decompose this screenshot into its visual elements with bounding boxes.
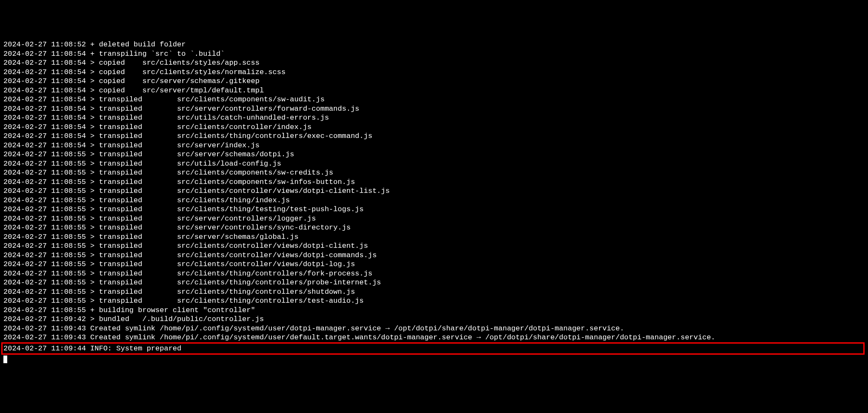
log-line: 2024-02-27 11:08:54 > copied src/clients… <box>3 68 865 77</box>
log-line: 2024-02-27 11:09:42 > bundled /.build/pu… <box>3 315 865 324</box>
log-line: 2024-02-27 11:08:55 > transpiled src/ser… <box>3 214 865 224</box>
log-line: 2024-02-27 11:08:52 + deleted build fold… <box>3 40 865 49</box>
log-line: 2024-02-27 11:08:55 > transpiled src/cli… <box>3 178 865 187</box>
log-line: 2024-02-27 11:08:55 > transpiled src/cli… <box>3 241 865 251</box>
log-line: 2024-02-27 11:08:54 > copied src/clients… <box>3 58 865 68</box>
log-line: 2024-02-27 11:08:55 > transpiled src/cli… <box>3 287 865 297</box>
log-line: 2024-02-27 11:08:55 > transpiled src/cli… <box>3 269 865 278</box>
terminal-cursor <box>3 356 7 363</box>
log-line: 2024-02-27 11:08:54 > transpiled src/cli… <box>3 132 865 141</box>
log-line: 2024-02-27 11:08:54 > copied src/server/… <box>3 77 865 86</box>
terminal-output[interactable]: 2024-02-27 11:08:52 + deleted build fold… <box>3 40 865 364</box>
log-line: 2024-02-27 11:08:55 > transpiled src/cli… <box>3 251 865 260</box>
log-line: 2024-02-27 11:08:55 > transpiled src/cli… <box>3 205 865 214</box>
log-line: 2024-02-27 11:08:54 > transpiled src/ser… <box>3 104 865 114</box>
log-line: 2024-02-27 11:08:55 + building browser c… <box>3 306 865 315</box>
log-line: 2024-02-27 11:08:55 > transpiled src/cli… <box>3 278 865 287</box>
log-line: 2024-02-27 11:08:55 > transpiled src/ser… <box>3 223 865 232</box>
log-line: 2024-02-27 11:08:54 > transpiled src/cli… <box>3 95 865 104</box>
log-line: 2024-02-27 11:08:55 > transpiled src/uti… <box>3 159 865 169</box>
log-line: 2024-02-27 11:08:55 > transpiled src/cli… <box>3 296 865 306</box>
log-line-text: 2024-02-27 11:09:44 INFO: System prepare… <box>3 344 181 353</box>
log-line: 2024-02-27 11:09:43 Created symlink /hom… <box>3 324 865 333</box>
log-line: 2024-02-27 11:08:55 > transpiled src/cli… <box>3 196 865 205</box>
log-line: 2024-02-27 11:08:54 > copied src/server/… <box>3 86 865 95</box>
log-line: 2024-02-27 11:08:55 > transpiled src/cli… <box>3 186 865 196</box>
log-line: 2024-02-27 11:08:54 > transpiled src/cli… <box>3 123 865 132</box>
log-line: 2024-02-27 11:08:54 > transpiled src/uti… <box>3 113 865 123</box>
log-line: 2024-02-27 11:08:55 > transpiled src/ser… <box>3 232 865 242</box>
log-line: 2024-02-27 11:08:55 > transpiled src/cli… <box>3 260 865 269</box>
log-line: 2024-02-27 11:08:55 > transpiled src/ser… <box>3 150 865 159</box>
log-line: 2024-02-27 11:08:54 + transpiling `src` … <box>3 49 865 59</box>
log-line: 2024-02-27 11:09:43 Created symlink /hom… <box>3 333 865 342</box>
log-line: 2024-02-27 11:08:54 > transpiled src/ser… <box>3 141 865 150</box>
highlighted-log-line: 2024-02-27 11:09:44 INFO: System prepare… <box>1 342 865 355</box>
log-line: 2024-02-27 11:08:55 > transpiled src/cli… <box>3 168 865 178</box>
